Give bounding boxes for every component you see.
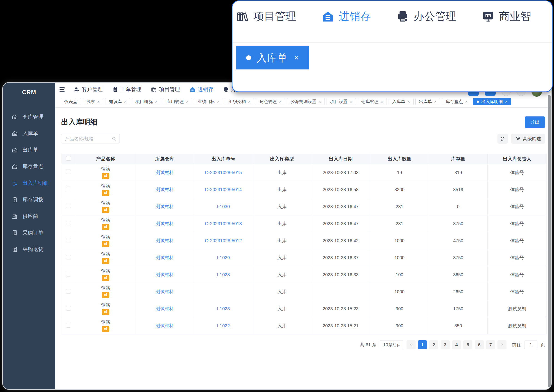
page-button-3[interactable]: 3 xyxy=(441,340,450,349)
close-icon[interactable]: × xyxy=(97,100,100,104)
sidebar-item-采购订单[interactable]: 采购订单 xyxy=(3,224,55,241)
close-icon[interactable]: × xyxy=(319,100,321,104)
order-no-link[interactable]: I-1030 xyxy=(217,204,230,209)
tab-应用管理[interactable]: 应用管理× xyxy=(163,98,192,105)
sidebar-item-入库单[interactable]: 入库单 xyxy=(3,125,55,142)
close-icon[interactable]: × xyxy=(279,100,281,104)
row-checkbox[interactable] xyxy=(66,238,71,242)
order-no-link[interactable]: I-1022 xyxy=(217,323,230,328)
tab-入库单[interactable]: 入库单× xyxy=(389,98,414,105)
sidebar-item-采购退货[interactable]: 采购退货 xyxy=(3,241,55,258)
row-checkbox[interactable] xyxy=(66,323,71,328)
warehouse-cell: 测试材料 xyxy=(136,232,194,249)
page-button-4[interactable]: 4 xyxy=(452,340,461,349)
select-all-checkbox[interactable] xyxy=(66,156,71,161)
row-checkbox[interactable] xyxy=(66,255,71,259)
vertical-scrollbar[interactable] xyxy=(548,95,551,387)
tab-线索[interactable]: 线索× xyxy=(83,98,103,105)
close-icon[interactable]: × xyxy=(350,100,352,104)
close-icon[interactable]: × xyxy=(248,100,251,104)
row-checkbox[interactable] xyxy=(66,204,71,208)
sidebar-item-仓库管理[interactable]: 仓库管理 xyxy=(3,108,55,125)
row-checkbox[interactable] xyxy=(66,289,71,294)
tab-组织架构[interactable]: 组织架构× xyxy=(225,98,254,105)
warehouse-link[interactable]: 测试材料 xyxy=(156,187,174,192)
row-checkbox[interactable] xyxy=(66,169,71,174)
warehouse-link[interactable]: 测试材料 xyxy=(156,221,174,226)
refresh-button[interactable] xyxy=(497,134,508,144)
close-icon[interactable]: × xyxy=(124,100,127,104)
close-icon[interactable]: × xyxy=(465,100,468,104)
row-checkbox[interactable] xyxy=(66,306,71,310)
export-button[interactable]: 导出 xyxy=(525,116,545,128)
product-name: 钢筋 xyxy=(76,251,135,257)
topnav-item-项目管理[interactable]: 项目管理 xyxy=(151,86,180,93)
close-icon[interactable]: × xyxy=(155,100,158,104)
order-no-link[interactable]: O-20231028-5013 xyxy=(205,221,242,226)
overlay-nav-item-商业智[interactable]: 商业智 xyxy=(482,9,531,24)
order-no-link[interactable]: O-20231028-5012 xyxy=(205,238,242,243)
sidebar-item-出入库明细[interactable]: 出入库明细 xyxy=(3,175,55,191)
order-no-link[interactable]: O-20231028-5014 xyxy=(205,187,242,192)
menu-fold-icon[interactable] xyxy=(59,86,65,93)
close-icon[interactable]: × xyxy=(505,100,508,104)
order-no-link[interactable]: I-1028 xyxy=(217,272,230,277)
tab-库存盘点[interactable]: 库存盘点× xyxy=(442,98,471,105)
tab-业绩目标[interactable]: 业绩目标× xyxy=(194,98,223,105)
close-icon[interactable]: × xyxy=(407,100,410,104)
page-button-5[interactable]: 5 xyxy=(463,340,472,349)
warehouse-link[interactable]: 测试材料 xyxy=(156,170,174,175)
warehouse-link[interactable]: 测试材料 xyxy=(156,272,174,277)
warehouse-cell: 测试材料 xyxy=(136,283,194,300)
page-button-7[interactable]: 7 xyxy=(486,340,495,349)
warehouse-link[interactable]: 测试材料 xyxy=(156,238,174,243)
order-no-link[interactable]: I-1029 xyxy=(217,255,230,260)
overlay-nav-item-项目管理[interactable]: 项目管理 xyxy=(236,9,296,24)
order-no-link[interactable]: I-1023 xyxy=(217,306,230,311)
warehouse-link[interactable]: 测试材料 xyxy=(156,323,174,328)
tab-仓库管理[interactable]: 仓库管理× xyxy=(358,98,387,105)
close-icon[interactable]: × xyxy=(186,100,189,104)
sidebar-item-库存调拨[interactable]: 库存调拨 xyxy=(3,191,55,208)
next-page-button[interactable] xyxy=(497,340,506,349)
sidebar-item-出库单[interactable]: 出库单 xyxy=(3,142,55,158)
date-cell: 2023-10-28 17:03 xyxy=(311,164,370,181)
tab-知识库[interactable]: 知识库× xyxy=(105,98,130,105)
overlay-nav-item-进销存[interactable]: 进销存 xyxy=(322,9,371,24)
tab-公海规则设置[interactable]: 公海规则设置× xyxy=(287,98,325,105)
warehouse-link[interactable]: 测试材料 xyxy=(156,255,174,260)
close-icon[interactable]: × xyxy=(294,53,299,63)
page-button-1[interactable]: 1 xyxy=(418,340,427,349)
order-no-link[interactable]: O-20231028-5015 xyxy=(205,170,242,175)
tab-角色管理[interactable]: 角色管理× xyxy=(256,98,285,105)
close-icon[interactable]: × xyxy=(217,100,220,104)
tab-仪表盘[interactable]: 仪表盘 xyxy=(61,98,81,105)
warehouse-link[interactable]: 测试材料 xyxy=(156,306,174,311)
page-size-select[interactable]: 10条/页 xyxy=(380,340,403,349)
sidebar-item-供应商[interactable]: 供应商 xyxy=(3,208,55,224)
topnav-item-进销存[interactable]: 进销存 xyxy=(189,86,213,93)
page-button-2[interactable]: 2 xyxy=(429,340,438,349)
search-input[interactable] xyxy=(61,134,120,143)
topnav-item-客户管理[interactable]: 客户管理 xyxy=(74,86,103,93)
tab-bar: 仪表盘线索×知识库×项目概况×应用管理×业绩目标×组织架构×角色管理×公海规则设… xyxy=(55,96,551,108)
topnav-item-工单管理[interactable]: 工单管理 xyxy=(112,86,141,93)
close-icon[interactable]: × xyxy=(434,100,437,104)
overlay-tab-inbound[interactable]: 入库单 × xyxy=(236,46,309,70)
tab-项目设置[interactable]: 项目设置× xyxy=(327,98,356,105)
page-button-6[interactable]: 6 xyxy=(475,340,484,349)
row-checkbox[interactable] xyxy=(66,221,71,225)
tab-出库单[interactable]: 出库单× xyxy=(415,98,440,105)
advanced-filter-button[interactable]: 高级筛选 xyxy=(511,134,545,144)
tab-出入库明细[interactable]: 出入库明细× xyxy=(473,98,511,105)
sidebar-item-库存盘点[interactable]: 库存盘点 xyxy=(3,158,55,175)
warehouse-link[interactable]: 测试材料 xyxy=(156,204,174,209)
close-icon[interactable]: × xyxy=(381,100,383,104)
row-checkbox[interactable] xyxy=(66,272,71,276)
row-checkbox[interactable] xyxy=(66,187,71,191)
overlay-nav-item-办公管理[interactable]: 办公管理 xyxy=(396,9,456,24)
tab-项目概况[interactable]: 项目概况× xyxy=(132,98,161,105)
warehouse-link[interactable]: 测试材料 xyxy=(156,289,174,294)
prev-page-button[interactable] xyxy=(407,340,416,349)
goto-page-input[interactable] xyxy=(524,340,537,349)
